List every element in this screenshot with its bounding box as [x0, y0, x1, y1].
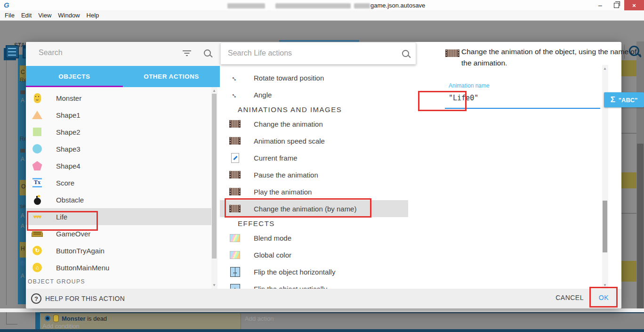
- tab-objects[interactable]: OBJECTS: [26, 66, 123, 87]
- menu-item[interactable]: Help: [87, 12, 99, 19]
- object-list-item[interactable]: Tx Score: [26, 174, 211, 191]
- scroll-up-icon[interactable]: ▲: [212, 89, 216, 93]
- action-label: Global color: [254, 251, 291, 259]
- add-condition-link[interactable]: Add condition: [42, 323, 80, 330]
- menu-item[interactable]: Window: [58, 12, 80, 19]
- sigma-icon: Σ: [611, 95, 615, 105]
- menu-item[interactable]: View: [38, 12, 51, 19]
- bomb-icon: [34, 198, 41, 205]
- menu-bar: FileEditViewWindowHelp: [0, 10, 644, 21]
- action-list-item[interactable]: ↔ Flip the object horizontally: [220, 263, 408, 280]
- action-list-item[interactable]: Global color: [220, 246, 408, 263]
- background-fragment: [0, 329, 644, 332]
- help-icon: ?: [31, 293, 41, 304]
- object-label: Monster: [56, 94, 81, 102]
- event-actions-cell[interactable]: Add action: [241, 313, 644, 329]
- square-icon: [33, 128, 41, 136]
- redacted-title-segment: [227, 3, 265, 8]
- action-label: Flip the object horizontally: [254, 268, 335, 276]
- background-fragment: C: [21, 69, 25, 75]
- action-list-item: EFFECTS: [220, 217, 408, 229]
- search-icon[interactable]: [402, 50, 409, 57]
- object-list-item[interactable]: Shape4: [26, 157, 211, 174]
- triangle-icon: [32, 111, 42, 119]
- action-icon: [229, 152, 241, 163]
- action-list-item[interactable]: ↕ Flip the object vertically: [220, 280, 408, 289]
- help-for-this-action-button[interactable]: ? HELP FOR THIS ACTION: [31, 293, 125, 304]
- fliph-icon: ↔: [230, 267, 240, 277]
- help-label: HELP FOR THIS ACTION: [45, 295, 125, 302]
- action-list-item[interactable]: ↔ Rotate toward position: [220, 69, 408, 86]
- action-label: Change the animation (by name): [254, 205, 356, 213]
- tab-other-actions[interactable]: OTHER ACTIONS: [123, 66, 220, 87]
- close-button[interactable]: ×: [624, 0, 644, 10]
- restore-button[interactable]: [608, 0, 624, 10]
- events-sheet-icon[interactable]: [6, 45, 19, 58]
- object-icon: Tx: [32, 177, 43, 188]
- background-fragment: A: [21, 273, 24, 279]
- object-icon: [32, 194, 43, 205]
- object-icon: [32, 92, 43, 104]
- event-row[interactable]: Monster is dead Add condition Add action: [40, 312, 644, 329]
- menu-item[interactable]: File: [5, 12, 15, 19]
- background-fragment: [6, 312, 7, 324]
- object-list-item[interactable]: GameOver: [26, 225, 211, 242]
- diag-icon: ↔: [230, 73, 241, 83]
- object-list-scrollbar[interactable]: ▲ ▼: [211, 87, 217, 289]
- ok-button[interactable]: OK: [599, 294, 609, 301]
- object-list-item[interactable]: ♥♥♥ Life: [26, 208, 211, 225]
- background-fragment: [20, 260, 25, 266]
- window-title: game.json.autosave: [370, 2, 425, 9]
- condition-object-name: Monster: [62, 315, 86, 322]
- action-icon: ↕: [229, 283, 241, 289]
- background-fragment: [621, 172, 636, 188]
- add-action-link[interactable]: Add action: [245, 315, 274, 322]
- expression-editor-button[interactable]: Σ "ABC": [604, 92, 644, 107]
- text-icon: Tx: [32, 178, 42, 187]
- minimize-button[interactable]: –: [592, 0, 608, 10]
- object-label: Shape1: [56, 111, 80, 119]
- selector-tabs: OBJECTS OTHER ACTIONS: [26, 66, 220, 87]
- action-list-item[interactable]: Change the animation: [220, 115, 408, 132]
- action-list-item[interactable]: Change the animation (by name): [220, 200, 408, 217]
- animation-name-input[interactable]: "Life0": [449, 94, 478, 102]
- action-list-item[interactable]: Current frame: [220, 149, 408, 166]
- object-selector-column: OBJECTS OTHER ACTIONS Monster Shape1 Sha…: [26, 42, 220, 289]
- background-fragment: [621, 133, 636, 134]
- film-icon: [229, 137, 241, 145]
- filter-icon[interactable]: [183, 50, 191, 57]
- action-list-item[interactable]: Pause the animation: [220, 166, 408, 183]
- scroll-down-icon[interactable]: ▼: [212, 283, 216, 287]
- object-list-item[interactable]: Shape2: [26, 123, 211, 140]
- background-fragment: [637, 144, 644, 332]
- object-list-item[interactable]: ↻ ButtonTryAgain: [26, 242, 211, 259]
- action-list-item[interactable]: ↔ Angle: [220, 86, 408, 103]
- background-fragment: O: [21, 184, 25, 189]
- object-search-input[interactable]: [38, 48, 181, 57]
- object-icon: [32, 143, 43, 154]
- redacted-title-segment: [354, 3, 370, 8]
- monster-object-icon: [53, 315, 59, 322]
- cancel-button[interactable]: CANCEL: [555, 294, 584, 301]
- object-icon: [32, 160, 43, 171]
- object-list-item[interactable]: Obstacle: [26, 191, 211, 208]
- object-icon: ↻: [32, 245, 43, 256]
- search-icon[interactable]: [204, 49, 211, 57]
- object-list-item[interactable]: Monster: [26, 89, 211, 106]
- object-list-item[interactable]: Shape1: [26, 106, 211, 123]
- action-list-item[interactable]: Animation speed scale: [220, 132, 408, 149]
- object-list-item[interactable]: Shape3: [26, 140, 211, 157]
- object-icon: [32, 109, 43, 121]
- menu-item[interactable]: Edit: [21, 12, 32, 19]
- film-icon: [229, 205, 241, 212]
- circle-icon: [32, 144, 42, 154]
- action-search-input[interactable]: [227, 49, 384, 58]
- event-conditions-cell[interactable]: Monster is dead Add condition: [40, 313, 241, 329]
- object-list-item[interactable]: ⌂ ButtonMainMenu: [26, 259, 211, 276]
- scrollbar-thumb[interactable]: [212, 94, 217, 259]
- action-selector-column: ↔ Rotate toward position ↔ Angle ANIMATI…: [220, 42, 417, 289]
- action-label: Current frame: [254, 154, 298, 162]
- object-icon: ♥♥♥: [32, 211, 43, 222]
- action-list-item[interactable]: Blend mode: [220, 229, 408, 246]
- action-list-item[interactable]: Play the animation: [220, 183, 408, 200]
